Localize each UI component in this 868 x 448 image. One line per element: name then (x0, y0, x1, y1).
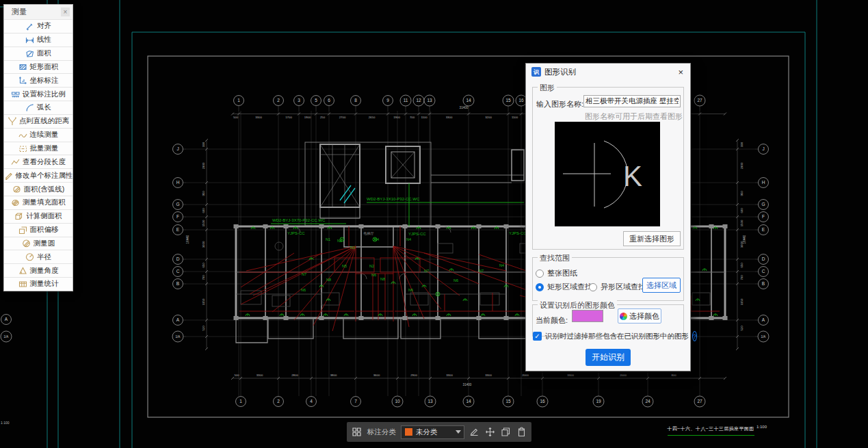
svg-text:3300: 3300 (446, 373, 453, 377)
category-grid-icon[interactable] (352, 426, 363, 438)
measure-tool-modify[interactable]: 修改单个标注属性 (4, 168, 73, 182)
measure-tool-fill-area[interactable]: 测量填充面积 (4, 196, 73, 209)
radio-irregular-area[interactable]: 异形区域查找 (589, 282, 646, 292)
svg-text:1: 1 (239, 399, 242, 404)
svg-text:24: 24 (645, 399, 650, 404)
measure-tool-label: 测量统计 (30, 279, 59, 289)
measure-tool-scale[interactable]: 设置标注比例 (4, 87, 73, 101)
measure-panel: 测量 × 对齐线性面积矩形面积坐标标注设置标注比例弧长点到直线的距离连续测量批量… (3, 4, 73, 291)
svg-text:700: 700 (740, 275, 744, 280)
svg-text:1/A: 1/A (761, 335, 766, 339)
shape-name-input[interactable] (583, 95, 681, 107)
svg-text:N4: N4 (499, 263, 504, 267)
fill-area-icon (11, 198, 20, 207)
edit-icon[interactable] (469, 426, 480, 438)
svg-text:C: C (762, 269, 765, 274)
measure-tool-side-area[interactable]: 计算侧面积 (4, 209, 73, 223)
select-area-button[interactable]: 选择区域 (642, 278, 681, 293)
svg-text:2: 2 (277, 399, 280, 404)
measure-tool-label: 矩形面积 (30, 62, 59, 72)
help-icon[interactable]: ? (692, 331, 697, 341)
svg-text:1500: 1500 (740, 220, 744, 226)
category-dropdown[interactable]: 未分类 (401, 425, 464, 439)
svg-text:YJPS-CC: YJPS-CC (287, 231, 305, 235)
svg-text:J: J (762, 146, 764, 151)
svg-text:1100: 1100 (512, 116, 518, 119)
radio-whole-sheet-circle[interactable] (536, 269, 544, 278)
svg-text:YJPS-CC: YJPS-CC (408, 232, 426, 236)
svg-text:31400: 31400 (460, 106, 469, 109)
move-icon[interactable] (485, 426, 496, 438)
measure-tool-segments[interactable]: 查看分段长度 (4, 155, 73, 168)
filter-checkbox[interactable] (533, 332, 542, 341)
measure-tool-label: 坐标标注 (30, 76, 59, 85)
coord-icon (18, 76, 27, 85)
radio-irregular-area-circle[interactable] (589, 283, 597, 291)
continuous-icon (18, 131, 27, 140)
radio-rect-area[interactable]: 矩形区域查找 (536, 282, 592, 292)
svg-text:500: 500 (233, 116, 239, 119)
radio-rect-area-circle[interactable] (536, 283, 544, 291)
svg-text:E: E (176, 227, 180, 232)
linear-icon (25, 36, 34, 44)
radio-rect-area-label: 矩形区域查找 (547, 282, 592, 292)
svg-text:WD2-BYJ-3X10-P32-CC.WC: WD2-BYJ-3X10-P32-CC.WC (367, 197, 420, 201)
measure-tool-area[interactable]: 面积 (4, 47, 73, 60)
measure-tool-label: 点到直线的距离 (19, 116, 70, 126)
svg-text:B: B (176, 281, 179, 286)
measure-tool-circle[interactable]: 测量圆 (4, 237, 73, 250)
measure-tool-rect-area[interactable]: 矩形面积 (4, 60, 73, 74)
measure-tool-area-arc[interactable]: 面积(含弧线) (4, 182, 73, 196)
svg-text:2900: 2900 (740, 162, 744, 169)
measure-tool-batch[interactable]: 批量测量 (4, 142, 73, 155)
measure-tool-radius[interactable]: 半径 (4, 250, 73, 263)
dialog-app-icon: 识 (531, 67, 541, 77)
svg-text:19: 19 (596, 399, 601, 404)
svg-text:F: F (762, 214, 765, 219)
dialog-close-icon[interactable]: × (676, 67, 685, 77)
reselect-shape-button[interactable]: 重新选择图形 (623, 231, 681, 246)
svg-text:31400: 31400 (463, 383, 472, 386)
svg-text:H: H (176, 180, 180, 185)
chevron-down-icon (456, 430, 461, 434)
pick-color-button[interactable]: 选择颜色 (618, 308, 661, 324)
svg-text:H: H (762, 180, 765, 185)
area-icon (25, 49, 34, 58)
color-group-label: 设置识别后的图形颜色 (538, 300, 617, 311)
svg-text:3300: 3300 (567, 373, 574, 377)
measure-tool-coord[interactable]: 坐标标注 (4, 73, 73, 87)
svg-text:N7: N7 (479, 269, 484, 273)
start-recognition-button[interactable]: 开始识别 (586, 349, 631, 366)
svg-text:1: 1 (237, 98, 240, 103)
point-line-icon (8, 117, 16, 126)
svg-text:390: 390 (202, 142, 205, 147)
svg-text:2650: 2650 (369, 116, 376, 119)
stats-icon (18, 280, 27, 289)
svg-text:N6: N6 (453, 278, 458, 282)
area-arc-icon (12, 185, 21, 194)
copy-icon[interactable] (500, 426, 511, 438)
svg-text:500: 500 (234, 373, 239, 377)
radio-whole-sheet[interactable]: 整张图纸 (536, 268, 577, 278)
measure-tool-stats[interactable]: 测量统计 (4, 277, 73, 291)
svg-text:N4: N4 (374, 237, 379, 241)
radio-irregular-area-label: 异形区域查找 (601, 282, 646, 292)
shape-name-label: 输入图形名称: (536, 99, 583, 109)
paste-icon[interactable] (516, 426, 527, 438)
app-screen: 5003300170019002502700265019007001100330… (0, 0, 868, 448)
svg-text:2900: 2900 (410, 373, 417, 377)
measure-tool-point-line[interactable]: 点到直线的距离 (4, 114, 73, 128)
svg-text:650: 650 (740, 263, 744, 268)
svg-text:2000: 2000 (620, 373, 627, 377)
measure-tool-linear[interactable]: 线性 (4, 33, 73, 47)
measure-tool-offset[interactable]: 面积偏移 (4, 223, 73, 237)
measure-tool-continuous[interactable]: 连续测量 (4, 128, 73, 142)
svg-text:1900: 1900 (393, 116, 400, 119)
measure-panel-close-icon[interactable]: × (61, 8, 70, 16)
measure-tool-align[interactable]: 对齐 (4, 19, 73, 33)
svg-text:3000: 3000 (202, 241, 205, 248)
measure-tool-angle[interactable]: 测量角度 (4, 263, 73, 277)
measure-tool-arc[interactable]: 弧长 (4, 101, 73, 114)
dialog-titlebar[interactable]: 识 图形识别 × (526, 64, 690, 80)
drawing-canvas[interactable]: 5003300170019002502700265019007001100330… (0, 0, 868, 448)
